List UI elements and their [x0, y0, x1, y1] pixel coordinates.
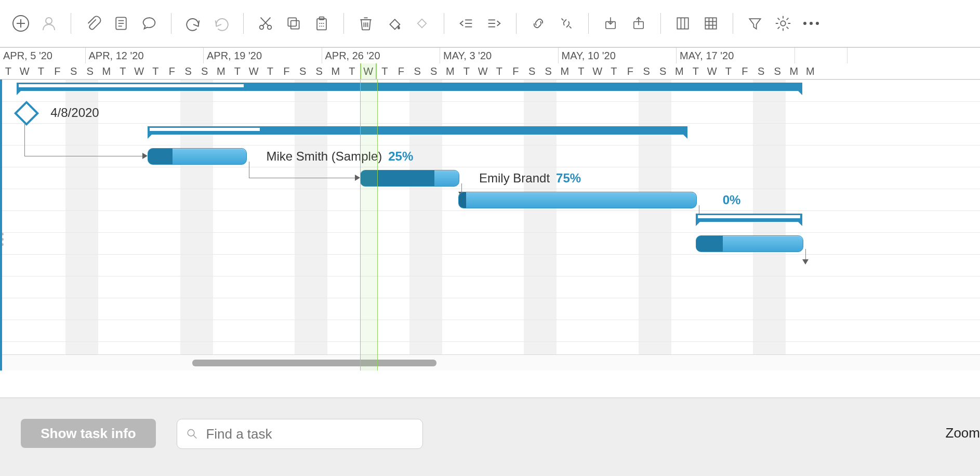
more-icon[interactable] — [801, 13, 822, 34]
comment-icon[interactable] — [139, 13, 160, 34]
toolbar-sep — [588, 13, 589, 34]
day-header: W — [246, 63, 262, 79]
undo-icon[interactable] — [183, 13, 204, 34]
week-header: APR, 12 '20 — [86, 48, 204, 63]
task-label: Emily Brandt75% — [479, 171, 581, 186]
settings-icon[interactable] — [773, 13, 793, 34]
day-header: S — [409, 63, 426, 79]
add-button[interactable] — [10, 13, 31, 34]
summary-bar[interactable] — [17, 83, 802, 91]
toolbar-sep — [444, 13, 444, 34]
day-header: S — [639, 63, 655, 79]
summary-bar[interactable] — [696, 214, 802, 222]
trash-icon[interactable] — [355, 13, 376, 34]
task-bar[interactable] — [148, 148, 247, 165]
day-header: S — [311, 63, 328, 79]
unlink-icon[interactable] — [556, 13, 577, 34]
day-header: T — [344, 63, 361, 79]
hscroll-thumb[interactable] — [192, 360, 436, 366]
import-icon[interactable] — [600, 13, 621, 34]
svg-marker-44 — [749, 19, 760, 29]
fill-icon[interactable] — [383, 13, 404, 34]
export-icon[interactable] — [628, 13, 649, 34]
redo-icon[interactable] — [211, 13, 232, 34]
day-header: T — [687, 63, 704, 79]
milestone-icon[interactable] — [412, 13, 432, 34]
week-header: MAY, 17 '20 — [677, 48, 795, 63]
week-header — [795, 48, 848, 63]
day-header: S — [295, 63, 311, 79]
day-header: W — [704, 63, 721, 79]
paste-icon[interactable] — [311, 13, 332, 34]
day-header: M — [671, 63, 688, 79]
day-header: F — [737, 63, 753, 79]
attach-icon[interactable] — [83, 13, 103, 34]
day-header: M — [213, 63, 230, 79]
week-header: APR, 5 '20 — [0, 48, 86, 63]
assign-icon[interactable] — [38, 13, 59, 34]
gantt-chart[interactable]: 4/8/2020Mike Smith (Sample)25%Emily Bran… — [0, 80, 980, 371]
day-header: S — [753, 63, 770, 79]
day-header: T — [33, 63, 49, 79]
svg-line-30 — [562, 19, 564, 21]
notes-icon[interactable] — [111, 13, 131, 34]
project-start-edge — [0, 80, 2, 371]
main-toolbar — [0, 0, 980, 47]
link-icon[interactable] — [528, 13, 549, 34]
copy-icon[interactable] — [283, 13, 304, 34]
zoom-label[interactable]: Zoom — [946, 425, 980, 441]
toolbar-sep — [343, 13, 344, 34]
day-header: T — [606, 63, 623, 79]
svg-point-47 — [810, 22, 813, 25]
day-header: F — [393, 63, 409, 79]
day-header: M — [786, 63, 802, 79]
day-header: W — [17, 63, 33, 79]
day-header: W — [475, 63, 492, 79]
svg-rect-36 — [677, 18, 688, 29]
cut-icon[interactable] — [255, 13, 276, 34]
columns-icon[interactable] — [672, 13, 693, 34]
day-header: M — [442, 63, 459, 79]
svg-line-31 — [570, 27, 572, 29]
find-task-search[interactable] — [177, 419, 423, 449]
grid-icon[interactable] — [700, 13, 721, 34]
outdent-icon[interactable] — [456, 13, 476, 34]
week-header: APR, 19 '20 — [204, 48, 322, 63]
day-header: M — [98, 63, 115, 79]
task-bar[interactable] — [458, 192, 697, 208]
svg-rect-23 — [418, 19, 426, 28]
day-header: T — [0, 63, 17, 79]
svg-point-45 — [780, 21, 785, 25]
day-header: W — [589, 63, 606, 79]
svg-line-11 — [261, 18, 269, 26]
day-header: S — [82, 63, 99, 79]
day-header: S — [196, 63, 213, 79]
toolbar-sep — [71, 13, 71, 34]
day-header: T — [458, 63, 475, 79]
svg-line-10 — [262, 18, 270, 26]
day-header: F — [49, 63, 66, 79]
svg-point-46 — [803, 22, 806, 25]
day-header: T — [148, 63, 164, 79]
filter-icon[interactable] — [745, 13, 765, 34]
day-header: M — [557, 63, 573, 79]
svg-rect-39 — [705, 18, 716, 29]
day-header: T — [115, 63, 131, 79]
day-header: M — [327, 63, 344, 79]
toolbar-sep — [516, 13, 517, 34]
hscroll-track[interactable] — [0, 354, 980, 371]
today-marker — [360, 80, 378, 371]
find-task-input[interactable] — [205, 426, 414, 443]
day-header: F — [622, 63, 639, 79]
indent-icon[interactable] — [484, 13, 505, 34]
task-label: 0% — [717, 193, 741, 207]
day-header: S — [180, 63, 197, 79]
svg-rect-12 — [288, 18, 296, 26]
show-task-info-button[interactable]: Show task info — [21, 419, 156, 448]
day-header: S — [65, 63, 82, 79]
task-bar[interactable] — [696, 235, 803, 252]
svg-point-3 — [46, 18, 52, 24]
summary-bar[interactable] — [148, 126, 688, 135]
day-header: T — [377, 63, 393, 79]
day-header: T — [491, 63, 508, 79]
